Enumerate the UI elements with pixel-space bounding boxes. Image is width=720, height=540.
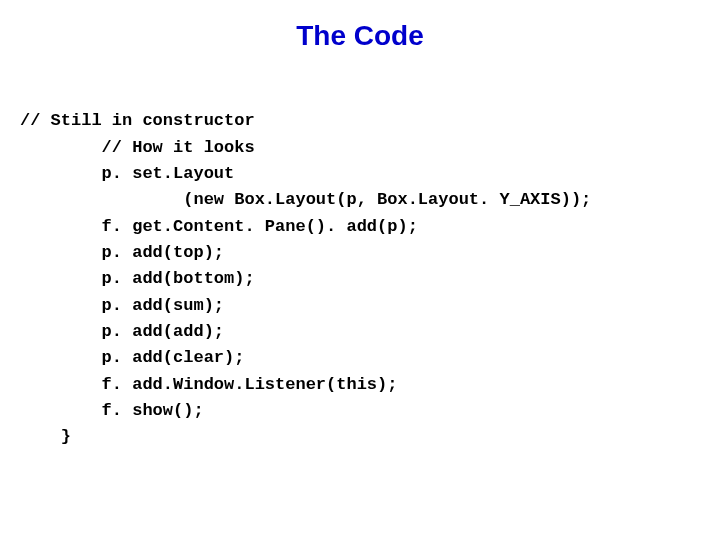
code-line: p. add(bottom);	[20, 269, 255, 288]
code-block: // Still in constructor // How it looks …	[0, 82, 720, 451]
page-title: The Code	[0, 0, 720, 82]
code-line: f. show();	[20, 401, 204, 420]
code-line: p. add(sum);	[20, 296, 224, 315]
code-line: // Still in constructor	[20, 111, 255, 130]
code-line: (new Box.Layout(p, Box.Layout. Y_AXIS));	[20, 190, 591, 209]
code-line: p. add(add);	[20, 322, 224, 341]
code-line: f. get.Content. Pane(). add(p);	[20, 217, 418, 236]
code-line: }	[20, 427, 71, 446]
code-line: // How it looks	[20, 138, 255, 157]
code-line: p. set.Layout	[20, 164, 234, 183]
code-line: p. add(top);	[20, 243, 224, 262]
code-line: p. add(clear);	[20, 348, 244, 367]
code-line: f. add.Window.Listener(this);	[20, 375, 397, 394]
